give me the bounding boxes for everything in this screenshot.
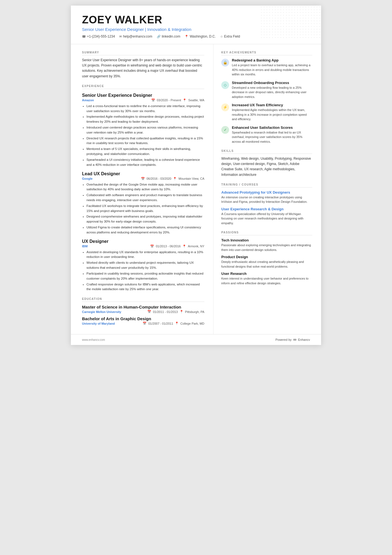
passion-1: Product Design Deeply enthusiastic about…	[221, 255, 312, 269]
candidate-name: ZOEY WALKER	[82, 14, 310, 26]
skills-label: SKILLS	[221, 149, 312, 154]
edu-meta-0: Carnegie Mellon University 📅 01/2011 - 0…	[82, 310, 204, 314]
bullet-2-2: Participated in usability testing sessio…	[86, 271, 204, 281]
location-icon: 📍	[185, 35, 188, 38]
powered-by-text: Powered by	[276, 338, 292, 341]
contact-linkedin: 🔗 linkedin.com	[157, 34, 180, 38]
achievement-3: ✓ Enhanced User Satisfaction Scores Spea…	[221, 125, 312, 144]
job-company-2: IBM	[82, 245, 88, 248]
passion-title-0: Tech Innovation	[221, 238, 312, 242]
edu-meta-right-0: 📅 01/2011 - 01/2013 📍 Pittsburgh, PA	[147, 310, 204, 314]
passion-title-2: User Research	[221, 272, 312, 276]
location-text: Washington, D.C.	[190, 34, 216, 38]
calendar-icon-1: 📅	[141, 177, 145, 181]
edu-period-0: 01/2011 - 01/2013	[153, 310, 178, 314]
star-icon: ☆	[220, 35, 223, 38]
job-title-2: UX Designer	[82, 239, 204, 244]
job-meta-right-0: 📅 03/2020 - Present 📍 Seattle, WA	[151, 98, 204, 102]
achievement-icon-0: 🔒	[221, 59, 229, 66]
bullet-0-3: Directed UX research projects that colle…	[86, 136, 204, 146]
job-company-1: Google	[82, 177, 93, 180]
passion-2: User Research Keen interest in understan…	[221, 272, 312, 285]
training-label: TRAINING / COURSES	[221, 183, 312, 188]
bullet-0-0: Led a cross-functional team to redefine …	[86, 104, 204, 114]
achievement-0: 🔒 Redesigned a Banking App Led a project…	[221, 58, 312, 77]
summary-label: SUMMARY	[82, 51, 204, 55]
training-1: User Experience Research & Design A Cour…	[221, 207, 312, 226]
achievement-title-1: Streamlined Onboarding Process	[232, 81, 312, 85]
achievement-2: ⚡ Increased UX Team Efficiency Implement…	[221, 103, 312, 122]
contact-location: 📍 Washington, D.C.	[185, 34, 216, 38]
job-bullets-1: Overhauled the design of the Google Driv…	[82, 182, 204, 235]
achievement-desc-0: Led a project team to overhaul a banking…	[232, 63, 312, 77]
job-meta-right-2: 📅 01/2013 - 06/2016 📍 Armonk, NY	[150, 245, 204, 248]
left-column: SUMMARY Senior User Experience Designer …	[71, 44, 214, 334]
job-period-0: 03/2020 - Present	[157, 98, 181, 102]
edu-school-0: Carnegie Mellon University	[82, 310, 121, 314]
enhancv-logo: Powered by ∞ Enhancv	[276, 337, 310, 342]
contact-phone: ☎ +1-(234)-555-1234	[82, 34, 115, 38]
training-title-0: Advanced Prototyping for UX Designers	[221, 190, 312, 194]
right-column: KEY ACHIEVEMENTS 🔒 Redesigned a Banking …	[214, 44, 321, 334]
summary-text: Senior User Experience Designer with 8+ …	[82, 58, 204, 79]
edu-degree-1: Bachelor of Arts in Graphic Design	[82, 316, 204, 321]
calendar-icon-2: 📅	[150, 245, 154, 248]
achievement-content-2: Increased UX Team Efficiency Implemented…	[232, 103, 312, 122]
bullet-1-4: Utilized Figma to create detailed interf…	[86, 225, 204, 235]
bullet-1-3: Designed comprehensive wireframes and pr…	[86, 214, 204, 224]
job-meta-2: IBM 📅 01/2013 - 06/2016 📍 Armonk, NY	[82, 245, 204, 248]
job-period-2: 01/2013 - 06/2016	[156, 245, 180, 248]
job-location-0: Seattle, WA	[188, 98, 204, 102]
passion-desc-2: Keen interest in understanding user beha…	[221, 276, 312, 285]
body: SUMMARY Senior User Experience Designer …	[71, 44, 321, 334]
edu-location-1: College Park, MD	[180, 322, 204, 325]
achievement-icon-2: ⚡	[221, 103, 229, 111]
passions-label: PASSIONS	[221, 231, 312, 235]
training-desc-1: A Coursera specialization offered by Uni…	[221, 212, 312, 226]
edu-school-1: University of Maryland	[82, 322, 115, 325]
job-meta-0: Amazon 📅 03/2020 - Present 📍 Seattle, WA	[82, 98, 204, 102]
location-icon-2: 📍	[182, 245, 186, 248]
passion-desc-0: Passionate about exploring emerging tech…	[221, 243, 312, 252]
achievement-desc-2: Implemented Agile methodologies within t…	[232, 108, 312, 122]
edu-location-icon-0: 📍	[180, 310, 183, 314]
contact-extra: ☆ Extra Field	[220, 34, 240, 38]
achievement-1: ◇ Streamlined Onboarding Process Develop…	[221, 81, 312, 99]
bullet-0-4: Mentored a team of 5 UX specialists, enh…	[86, 147, 204, 157]
training-title-1: User Experience Research & Design	[221, 207, 312, 211]
job-bullets-2: Assisted in developing UX standards for …	[82, 250, 204, 292]
job-period-1: 06/2016 - 03/2020	[147, 177, 171, 180]
location-icon-0: 📍	[183, 98, 187, 102]
bullet-2-1: Worked directly with clients to understa…	[86, 260, 204, 270]
bullet-0-2: Introduced user-centered design practice…	[86, 125, 204, 135]
bullet-0-5: Spearheaded a UI consistency initiative,…	[86, 157, 204, 167]
footer-website: www.enhancv.com	[82, 338, 105, 341]
bullet-2-0: Assisted in developing UX standards for …	[86, 250, 204, 260]
achievement-desc-1: Developed a new onboarding flow leading …	[232, 85, 312, 99]
bullet-2-3: Crafted responsive design solutions for …	[86, 282, 204, 292]
passion-0: Tech Innovation Passionate about explori…	[221, 238, 312, 252]
job-location-1: Mountain View, CA	[178, 177, 204, 180]
email-icon: ✉	[119, 35, 122, 38]
location-icon-1: 📍	[173, 177, 177, 181]
edu-meta-1: University of Maryland 📅 01/2007 - 01/20…	[82, 322, 204, 325]
edu-location-0: Pittsburgh, PA	[185, 310, 205, 314]
extra-text: Extra Field	[224, 34, 240, 38]
achievement-icon-3: ✓	[221, 126, 229, 134]
achievement-icon-1: ◇	[221, 81, 229, 89]
footer: www.enhancv.com Powered by ∞ Enhancv	[71, 334, 321, 345]
calendar-icon-0: 📅	[151, 98, 155, 102]
achievement-content-1: Streamlined Onboarding Process Developed…	[232, 81, 312, 99]
job-title-0: Senior User Experience Designer	[82, 93, 204, 98]
achievement-title-0: Redesigned a Banking App	[232, 58, 312, 62]
job-title-1: Lead UX Designer	[82, 171, 204, 176]
brand-name: Enhancv	[298, 338, 310, 341]
job-bullets-0: Led a cross-functional team to redefine …	[82, 104, 204, 167]
education-label: EDUCATION	[82, 297, 204, 302]
email-text: help@enhancv.com	[123, 34, 152, 38]
phone-icon: ☎	[82, 35, 86, 38]
achievement-title-2: Increased UX Team Efficiency	[232, 103, 312, 107]
edu-meta-right-1: 📅 01/2007 - 01/2011 📍 College Park, MD	[143, 322, 204, 325]
edu-period-1: 01/2007 - 01/2011	[148, 322, 173, 325]
skills-text: Wireframing, Web design, Usability, Prot…	[221, 156, 312, 177]
